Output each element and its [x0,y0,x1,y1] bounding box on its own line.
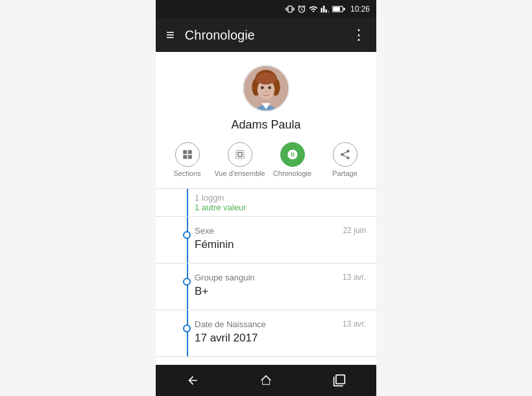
app-bar-title: Chronologie [185,28,352,43]
main-content: Adams Paula Sections [156,52,376,365]
timeline-item-header: Sexe 22 juin [195,226,366,236]
signal-icon [320,5,330,14]
nav-tabs: Sections Vue d'ensemble [156,142,376,178]
svg-point-8 [261,86,264,90]
phone-frame: 10:26 Chronologie [156,0,376,396]
status-icons: 10:26 [285,5,370,14]
svg-point-11 [256,72,276,84]
value-groupe: B+ [195,285,366,298]
svg-rect-1 [333,7,340,11]
alarm-icon [297,5,306,14]
recent-apps-icon [333,374,346,387]
battery-icon [332,5,345,13]
vue-ensemble-icon [228,142,252,167]
timeline: 1 loggin 1 autre valeur Sexe 22 juin Fém… [156,189,376,357]
timeline-partial-item: 1 loggin 1 autre valeur [156,189,376,217]
profile-name: Adams Paula [231,118,300,132]
field-name-naissance: Date de Naissance [195,319,266,329]
value-sexe: Féminin [195,238,366,251]
avatar [243,65,289,112]
svg-rect-2 [343,8,345,10]
sections-icon [175,142,200,167]
timeline-dot [183,231,191,239]
field-name-sexe: Sexe [195,226,214,236]
wifi-icon [309,5,318,14]
timeline-item: Date de Naissance 13 avr. 17 avril 2017 [156,310,376,357]
back-button[interactable] [173,365,212,396]
timeline-dot [183,325,191,332]
avatar-image [244,65,288,112]
field-name-groupe: Groupe sanguin [195,273,255,282]
bottom-nav [156,365,376,396]
status-bar: 10:26 [156,0,376,18]
vibrate-icon [285,5,295,14]
tab-partage[interactable]: Partage [319,142,371,178]
more-options-button[interactable] [352,27,366,43]
chronologie-icon [280,142,305,167]
vue-ensemble-label: Vue d'ensemble [214,169,265,178]
date-sexe: 22 juin [343,226,366,235]
recent-apps-button[interactable] [320,365,359,396]
value-naissance: 17 avril 2017 [195,332,366,345]
home-button[interactable] [247,365,285,396]
partial-value: 1 autre valeur [195,203,366,212]
partage-label: Partage [332,169,357,178]
tab-vue-ensemble[interactable]: Vue d'ensemble [213,142,266,178]
profile-section: Adams Paula Sections [156,52,376,188]
partage-icon [333,142,357,167]
timeline-item: Groupe sanguin 13 avr. B+ [156,264,376,310]
chronologie-label: Chronologie [273,169,311,178]
tab-sections[interactable]: Sections [161,142,213,178]
timeline-item: Sexe 22 juin Féminin [156,217,376,264]
timeline-item-header: Groupe sanguin 13 avr. [195,273,366,282]
svg-point-9 [268,86,271,90]
sections-label: Sections [173,169,200,178]
timeline-dot [183,278,191,286]
back-icon [186,374,199,387]
home-icon [260,374,272,387]
date-naissance: 13 avr. [343,319,366,328]
tab-chronologie[interactable]: Chronologie [266,142,319,178]
app-bar: Chronologie [156,18,376,52]
timeline-item-header: Date de Naissance 13 avr. [195,319,366,329]
menu-button[interactable] [166,27,175,43]
svg-point-10 [265,91,267,92]
status-time: 10:26 [350,5,370,14]
date-groupe: 13 avr. [343,273,366,282]
partial-label: 1 loggin [195,193,366,203]
